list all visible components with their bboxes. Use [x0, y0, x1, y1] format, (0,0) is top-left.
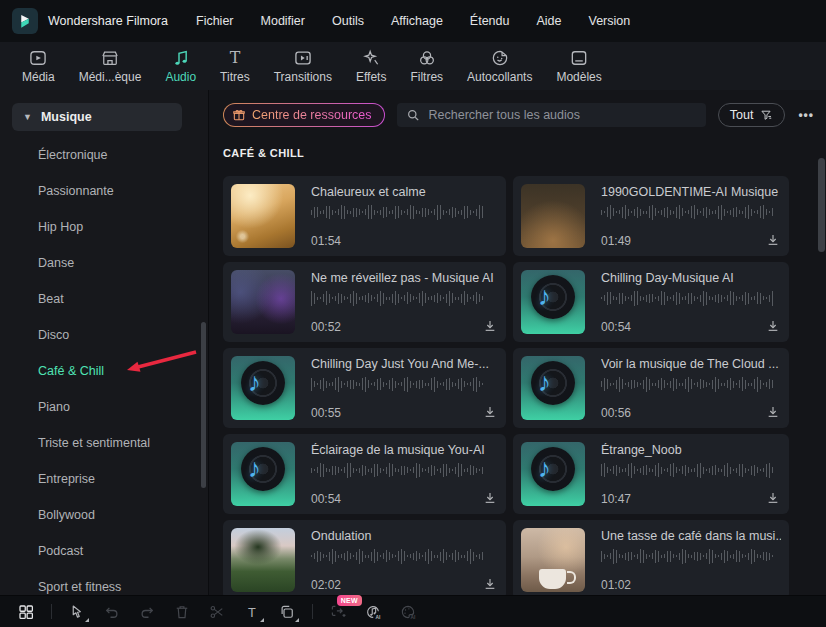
sidebar-item-passionnante[interactable]: Passionnante: [0, 173, 208, 209]
category-sidebar: ▼ Musique ÉlectroniquePassionnanteHip Ho…: [0, 90, 208, 627]
toolbar-ai-palette-button[interactable]: AI: [398, 602, 418, 622]
sidebar-item-lectronique[interactable]: Électronique: [0, 137, 208, 173]
tab-m-di-que[interactable]: Médi...èque: [67, 48, 154, 84]
download-icon[interactable]: [765, 404, 781, 420]
download-icon[interactable]: [482, 404, 498, 420]
toolbar-redo-button[interactable]: [137, 602, 157, 622]
menu-item-tendu[interactable]: Étendu: [470, 14, 510, 28]
toolbar-split-button[interactable]: [207, 602, 227, 622]
audio-card-1990goldentime-ai-musique[interactable]: 1990GOLDENTIME-AI Musique01:49: [513, 176, 789, 256]
menu-item-outils[interactable]: Outils: [332, 14, 364, 28]
tab-m-dia[interactable]: Média: [10, 48, 67, 84]
toolbar-add-text-button[interactable]: T: [242, 602, 262, 622]
toolbar-select-tool-button[interactable]: [67, 602, 87, 622]
menu-item-modifier[interactable]: Modifier: [261, 14, 305, 28]
toolbar-add-to-timeline-button[interactable]: NEW: [328, 602, 348, 622]
titles-icon: T: [224, 48, 246, 68]
tab-filtres[interactable]: Filtres: [398, 48, 455, 84]
download-icon[interactable]: [765, 490, 781, 506]
audio-card-trange-noob[interactable]: ♪Étrange_Noob10:47: [513, 434, 789, 514]
content-scrollbar[interactable]: [818, 158, 825, 252]
waveform: [311, 203, 498, 221]
toolbar-media-view-grid-button[interactable]: [16, 602, 36, 622]
sidebar-scrollbar[interactable]: [201, 322, 206, 488]
filter-all-label: Tout: [730, 108, 754, 122]
sticker-icon: [489, 48, 511, 68]
sidebar-item-bollywood[interactable]: Bollywood: [0, 497, 208, 533]
audio-title: Chilling Day Just You And Me-...: [311, 357, 498, 371]
menu-item-aide[interactable]: Aide: [536, 14, 561, 28]
sidebar-item-piano[interactable]: Piano: [0, 389, 208, 425]
search-icon: [406, 108, 420, 122]
audio-card-clairage-de-la-musique-you-ai[interactable]: ♪Éclairage de la musique You-AI00:54: [223, 434, 506, 514]
vinyl-note-thumbnail: ♪: [231, 442, 295, 506]
download-icon[interactable]: [482, 490, 498, 506]
vinyl-note-thumbnail: ♪: [521, 270, 585, 334]
audio-title: Chilling Day-Musique AI: [601, 271, 781, 285]
download-icon[interactable]: [765, 318, 781, 334]
sidebar-item-caf-chill[interactable]: Café & Chill: [0, 353, 208, 389]
transition-icon: [292, 48, 314, 68]
music-note-icon: ♪: [248, 453, 261, 484]
audio-card-chilling-day-just-you-and-me[interactable]: ♪Chilling Day Just You And Me-...00:55: [223, 348, 506, 428]
download-icon[interactable]: [482, 576, 498, 592]
audio-title: Voir la musique de The Cloud ...: [601, 357, 781, 371]
audio-card-ne-me-r-veillez-pas-musique-ai[interactable]: Ne me réveillez pas - Musique AI00:52: [223, 262, 506, 342]
music-note-icon: ♪: [538, 453, 551, 484]
tab-label: Audio: [165, 70, 196, 84]
audio-title: Une tasse de café dans la musi...: [601, 529, 781, 543]
filmora-window: Wondershare Filmora FichierModifierOutil…: [0, 0, 826, 627]
sidebar-item-disco[interactable]: Disco: [0, 317, 208, 353]
waveform: [601, 203, 781, 221]
menu-item-version[interactable]: Version: [589, 14, 631, 28]
toolbar-undo-button[interactable]: [102, 602, 122, 622]
more-options-button[interactable]: •••: [798, 108, 814, 122]
coffee-city-thumbnail: [521, 528, 585, 592]
night-city-window-thumbnail: [231, 270, 295, 334]
sidebar-item-podcast[interactable]: Podcast: [0, 533, 208, 569]
wheat-field-thumbnail: [231, 184, 295, 248]
toolbar-duplicate-button[interactable]: [277, 602, 297, 622]
audio-card-une-tasse-de-caf-dans-la-musi[interactable]: Une tasse de café dans la musi...01:02: [513, 520, 789, 600]
tab-audio[interactable]: Audio: [153, 48, 208, 84]
filter-all-button[interactable]: Tout: [718, 103, 786, 127]
audio-title: Éclairage de la musique You-AI: [311, 443, 498, 457]
sidebar-item-triste-et-sentimental[interactable]: Triste et sentimental: [0, 425, 208, 461]
audio-title: 1990GOLDENTIME-AI Musique: [601, 185, 781, 199]
tab-transitions[interactable]: Transitions: [262, 48, 344, 84]
sidebar-item-entreprise[interactable]: Entreprise: [0, 461, 208, 497]
waveform: [311, 461, 498, 479]
media-tab-bar: MédiaMédi...èqueAudioTTitresTransitionsE…: [0, 42, 826, 90]
menu-item-fichier[interactable]: Fichier: [196, 14, 234, 28]
app-brand: Wondershare Filmora: [0, 8, 180, 34]
search-input[interactable]: [427, 107, 697, 123]
sidebar-group-musique[interactable]: ▼ Musique: [12, 103, 182, 131]
tab-autocollants[interactable]: Autocollants: [455, 48, 544, 84]
music-note-icon: [170, 48, 192, 68]
download-icon[interactable]: [482, 318, 498, 334]
download-icon[interactable]: [765, 232, 781, 248]
tab-label: Médi...èque: [79, 70, 142, 84]
audio-card-chilling-day-musique-ai[interactable]: ♪Chilling Day-Musique AI00:54: [513, 262, 789, 342]
section-title: CAFÉ & CHILL: [223, 147, 304, 159]
tab-effets[interactable]: Effets: [344, 48, 398, 84]
menu-item-affichage[interactable]: Affichage: [391, 14, 443, 28]
tab-titres[interactable]: TTitres: [208, 48, 262, 84]
audio-card-voir-la-musique-de-the-cloud[interactable]: ♪Voir la musique de The Cloud ...00:56: [513, 348, 789, 428]
sidebar-item-beat[interactable]: Beat: [0, 281, 208, 317]
resource-center-button[interactable]: Centre de ressources: [223, 103, 385, 127]
corner-caret-icon: [85, 618, 89, 622]
sidebar-group-label: Musique: [41, 110, 92, 124]
sidebar-item-danse[interactable]: Danse: [0, 245, 208, 281]
toolbar-ai-audio-button[interactable]: AI: [363, 602, 383, 622]
gift-icon: [232, 108, 246, 122]
search-bar[interactable]: [397, 103, 706, 127]
corner-caret-icon: [260, 618, 264, 622]
audio-card-ondulation[interactable]: Ondulation02:02: [223, 520, 506, 600]
audio-card-chaleureux-et-calme[interactable]: Chaleureux et calme01:54: [223, 176, 506, 256]
svg-text:T: T: [248, 604, 256, 619]
toolbar-delete-button[interactable]: [172, 602, 192, 622]
tab-mod-les[interactable]: Modèles: [544, 48, 613, 84]
waveform: [601, 547, 781, 565]
sidebar-item-hip-hop[interactable]: Hip Hop: [0, 209, 208, 245]
